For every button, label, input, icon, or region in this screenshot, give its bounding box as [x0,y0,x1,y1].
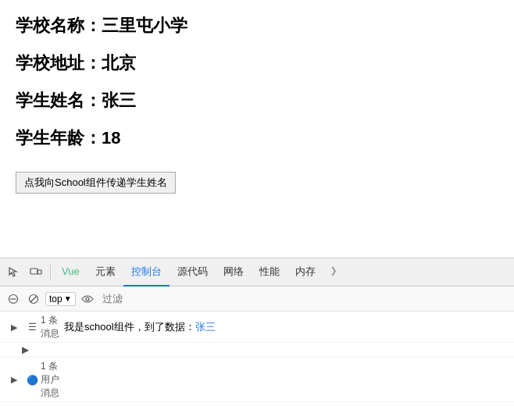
tab-performance[interactable]: 性能 [252,258,287,287]
svg-point-6 [86,297,89,301]
clear-console-icon[interactable] [5,290,22,308]
school-name-value: 三里屯小学 [102,16,187,35]
student-name-value: 张三 [102,91,136,110]
context-label: top [49,294,62,304]
tab-sources[interactable]: 源代码 [170,258,216,287]
tab-network[interactable]: 网络 [216,258,252,287]
transmit-button[interactable]: 点我向School组件传递学生姓名 [16,172,176,194]
tab-more[interactable]: 》 [323,258,349,287]
filter-input[interactable] [99,293,509,304]
tab-memory[interactable]: 内存 [287,258,323,287]
svg-rect-0 [30,269,37,274]
console-arrow-row: ▶ [0,343,514,358]
device-toggle-icon[interactable] [25,258,47,287]
devtools-tab-bar: Vue 元素 控制台 源代码 网络 性能 内存 》 [0,258,514,287]
student-age-label: 学生年龄： [16,128,102,148]
school-address-value: 北京 [102,53,136,73]
svg-line-5 [30,296,37,302]
context-selector[interactable]: top ▼ [45,292,76,306]
chevron-down-icon: ▼ [64,294,72,303]
student-name-label: 学生姓名： [16,91,102,110]
row2-toggle[interactable]: ▶ [3,375,25,385]
student-age-row: 学生年龄：18 [16,126,498,150]
row1-toggle[interactable]: ▶ [3,322,25,333]
tab-elements[interactable]: 元素 [87,258,123,287]
console-message-row-1: ▶ ☰ 1 条消息 我是school组件，到了数据：张三 [0,311,514,343]
tab-vue[interactable]: Vue [54,258,87,287]
row1-count: 1 条消息 [39,314,59,340]
console-output: ▶ ☰ 1 条消息 我是school组件，到了数据：张三 ▶ ▶ 🔵 1 条用户… [0,311,514,420]
row2-count: 1 条用户消息 [39,360,59,400]
console-toolbar: top ▼ [0,287,514,311]
school-name-row: 学校名称：三里屯小学 [16,14,498,37]
student-name-row: 学生姓名：张三 [16,89,498,112]
tab-separator-1 [50,265,51,280]
console-message-row-2: ▶ 🔵 1 条用户消息 [0,358,514,402]
arrow-icon: ▶ [22,344,29,355]
school-address-row: 学校地址：北京 [16,52,498,75]
block-icon[interactable] [25,290,42,308]
row1-normal-text: 我是school组件，到了数据： [64,321,195,333]
devtools-panel: Vue 元素 控制台 源代码 网络 性能 内存 》 [0,258,514,420]
row2-user-icon: 🔵 [25,375,39,386]
eye-icon[interactable] [79,290,96,308]
inspect-element-icon[interactable] [3,258,25,287]
main-content: 学校名称：三里屯小学 学校地址：北京 学生姓名：张三 学生年龄：18 点我向Sc… [0,0,514,258]
tab-console[interactable]: 控制台 [123,258,170,287]
row1-blue-text: 张三 [195,321,216,333]
school-name-label: 学校名称： [16,16,102,35]
svg-rect-1 [37,270,41,274]
student-age-value: 18 [102,128,120,148]
school-address-label: 学校地址： [16,53,102,73]
row1-list-icon: ☰ [25,322,39,333]
row1-content: 我是school组件，到了数据：张三 [59,319,514,336]
